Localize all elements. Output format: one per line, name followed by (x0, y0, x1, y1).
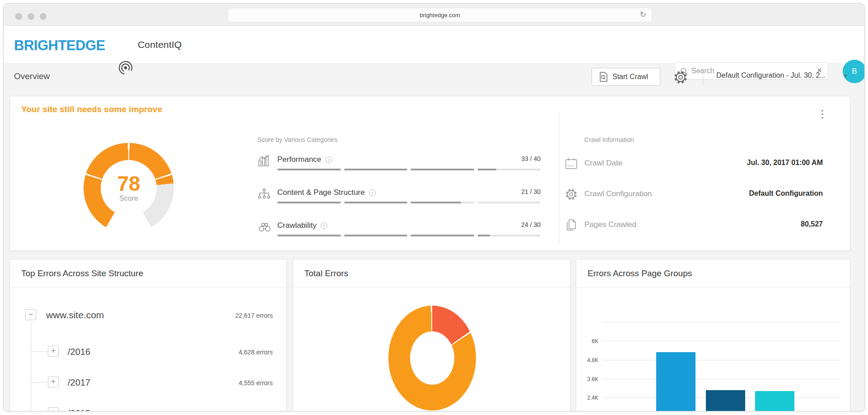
tree-root-errors: 22,617 errors (235, 312, 273, 319)
page-groups-errors-card: Errors Across Page Groups 01.2K2.4K3.6K4… (576, 259, 850, 411)
category-row-performance: Performancei 33 / 40 (257, 154, 541, 175)
category-row-content-structure: Content & Page Structurei 21 / 30 (257, 187, 541, 208)
gridline (602, 379, 840, 379)
crawl-info-row: Pages Crawled 80,527 (565, 218, 823, 232)
brightedge-logo[interactable]: BRIGHTEDGE (14, 38, 105, 54)
score-gauge: 78 Score (84, 143, 174, 233)
start-crawl-label: Start Crawl (612, 73, 648, 81)
tree-connector (31, 382, 48, 382)
expand-node-icon[interactable]: + (48, 407, 59, 411)
gridline (602, 341, 840, 341)
page-toolbar: Overview Start Crawl Default Configurati… (4, 64, 864, 90)
progress-segment (477, 235, 541, 236)
score-banner: Your site still needs some improve (21, 104, 162, 114)
browser-window: brightedge.com ↻ BRIGHTEDGE ContentIQ ✕ … (3, 3, 865, 411)
info-icon[interactable]: i (325, 156, 332, 163)
window-controls[interactable] (15, 13, 47, 20)
gridline (602, 360, 840, 360)
category-progress-bar (277, 169, 541, 170)
score-value: 78 (117, 174, 140, 193)
y-axis-tick-label: 6K (579, 338, 598, 344)
progress-segment (277, 202, 341, 203)
tree-child-errors: 3,447 errors (239, 410, 273, 411)
bar-page-group-2[interactable] (706, 390, 745, 411)
chevron-down-icon[interactable]: ▾ (845, 72, 847, 79)
settings-gear-icon[interactable] (673, 70, 688, 85)
collapse-node-icon[interactable]: − (25, 309, 36, 320)
category-name: Content & Page Structurei (277, 188, 376, 197)
performance-icon (257, 154, 271, 168)
site-structure-errors-card: Top Errors Across Site Structure − www.s… (9, 259, 287, 411)
site-score-card: Your site still needs some improve 78 Sc… (9, 96, 850, 251)
crawl-date-label: Crawl Date (584, 159, 622, 168)
y-axis-tick-label: 2.4K (579, 395, 598, 401)
crawl-info-row: Crawl Date Jul. 30, 2017 01:00 AM (565, 157, 823, 170)
crawl-configuration-value: Default Configuration (749, 189, 823, 198)
tree-child-errors: 4,555 errors (239, 379, 273, 387)
page-title: Overview (14, 71, 50, 81)
tree-connector (31, 351, 48, 352)
progress-segment (277, 235, 341, 236)
window-close-icon[interactable] (15, 13, 22, 20)
category-score: 33 / 40 (521, 155, 541, 162)
tree-child-errors: 4,628 errors (239, 349, 273, 356)
app-header: BRIGHTEDGE ContentIQ ✕ B (4, 26, 864, 64)
crawl-document-icon (598, 71, 608, 82)
crawl-date-value: Jul. 30, 2017 01:00 AM (747, 159, 823, 167)
info-icon[interactable]: i (321, 222, 327, 229)
toolbar-divider (703, 68, 703, 86)
site-structure-icon (257, 187, 271, 201)
calendar-icon (565, 157, 578, 170)
url-text: brightedge.com (420, 12, 460, 19)
expand-node-icon[interactable]: + (48, 346, 59, 357)
category-row-crawlability: Crawlabilityi 24 / 30 (257, 220, 541, 241)
progress-segment (411, 169, 474, 170)
tree-child-label[interactable]: /2017 (68, 377, 90, 388)
crawl-info-section-title: Crawl Information (584, 136, 634, 143)
gridline (602, 322, 840, 322)
card-title: Total Errors (304, 269, 348, 278)
section-divider (559, 112, 560, 245)
progress-segment (411, 235, 474, 236)
category-progress-bar (277, 235, 541, 236)
browser-chrome: brightedge.com ↻ (4, 4, 864, 26)
pages-icon (565, 218, 578, 232)
progress-segment (411, 202, 474, 203)
category-name: Crawlabilityi (277, 221, 327, 230)
expand-node-icon[interactable]: + (48, 377, 59, 387)
bar-chart: 01.2K2.4K3.6K4.8K6K (602, 322, 840, 411)
category-progress-bar (277, 202, 541, 203)
progress-segment (277, 169, 341, 170)
y-axis-tick-label: 4.8K (579, 357, 598, 363)
tree-child-label[interactable]: /2015 (68, 408, 90, 411)
score-label: Score (119, 194, 138, 203)
category-score: 24 / 30 (521, 221, 541, 228)
pages-crawled-value: 80,527 (801, 220, 823, 228)
gear-icon (565, 188, 578, 201)
total-errors-donut-chart[interactable] (388, 306, 476, 410)
start-crawl-button[interactable]: Start Crawl (592, 68, 660, 86)
tree-root-label[interactable]: www.site.com (46, 310, 104, 321)
progress-segment (477, 169, 541, 170)
crawl-info-row: Crawl Configuration Default Configuratio… (565, 188, 823, 201)
card-title: Top Errors Across Site Structure (21, 269, 143, 278)
bar-page-group-3[interactable] (755, 391, 794, 411)
window-zoom-icon[interactable] (40, 13, 47, 20)
progress-segment (477, 202, 541, 203)
tree-child-label[interactable]: /2016 (68, 347, 90, 357)
configuration-selector[interactable]: Default Configuration - Jul. 30, 2... (716, 71, 826, 80)
card-menu-icon[interactable] (820, 108, 825, 121)
crawlability-icon (257, 220, 272, 234)
card-title: Errors Across Page Groups (588, 269, 692, 278)
address-bar[interactable]: brightedge.com ↻ (228, 8, 652, 22)
reload-icon[interactable]: ↻ (640, 10, 646, 19)
app-name: ContentIQ (138, 39, 182, 50)
bar-page-group-1[interactable] (656, 352, 695, 411)
info-icon[interactable]: i (369, 189, 376, 196)
progress-segment (344, 202, 408, 203)
total-errors-card: Total Errors (293, 259, 570, 411)
category-score: 21 / 30 (521, 188, 541, 195)
categories-section-title: Score by Various Categories (257, 136, 337, 143)
window-minimize-icon[interactable] (28, 13, 34, 20)
category-name: Performancei (277, 155, 332, 164)
